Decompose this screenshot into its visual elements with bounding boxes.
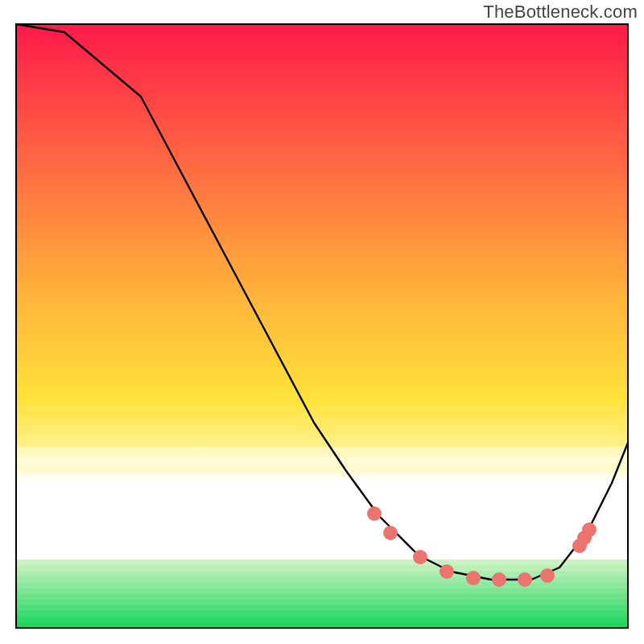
svg-rect-5 bbox=[16, 559, 628, 566]
svg-rect-7 bbox=[16, 571, 628, 577]
plot-area bbox=[16, 24, 628, 629]
svg-rect-12 bbox=[16, 600, 628, 606]
curve-marker bbox=[413, 550, 427, 564]
svg-rect-15 bbox=[16, 617, 628, 623]
curve-marker bbox=[383, 526, 398, 540]
svg-rect-2 bbox=[16, 456, 628, 464]
curve-marker bbox=[492, 572, 506, 587]
svg-rect-3 bbox=[16, 465, 628, 474]
curve-marker bbox=[540, 568, 555, 583]
svg-rect-4 bbox=[16, 474, 628, 483]
svg-rect-9 bbox=[16, 582, 628, 588]
svg-rect-11 bbox=[16, 594, 628, 601]
svg-rect-14 bbox=[16, 611, 628, 617]
curve-marker bbox=[440, 564, 454, 579]
curve-marker bbox=[466, 571, 481, 585]
svg-rect-0 bbox=[16, 24, 628, 628]
svg-rect-6 bbox=[16, 565, 628, 572]
chart-container: TheBottleneck.com bbox=[0, 0, 644, 644]
curve-marker bbox=[367, 506, 382, 521]
curve-marker bbox=[518, 572, 532, 587]
watermark-text: TheBottleneck.com bbox=[483, 2, 638, 23]
svg-rect-10 bbox=[16, 588, 628, 594]
curve-marker bbox=[582, 522, 597, 537]
svg-rect-1 bbox=[16, 447, 628, 456]
bottleneck-chart bbox=[0, 0, 644, 644]
svg-rect-13 bbox=[16, 605, 628, 612]
